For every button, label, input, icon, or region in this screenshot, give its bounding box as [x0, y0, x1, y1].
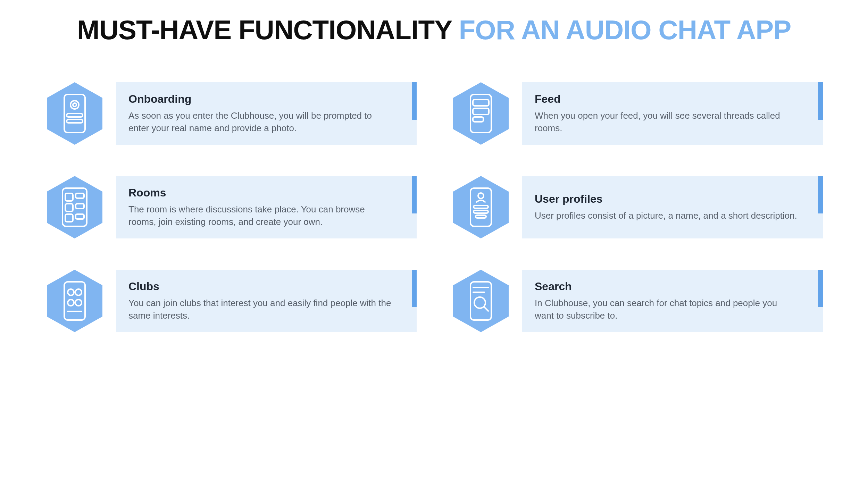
svg-marker-19 — [453, 176, 509, 238]
features-grid: Onboarding As soon as you enter the Club… — [45, 81, 823, 334]
svg-marker-32 — [453, 270, 509, 332]
feature-card: Onboarding As soon as you enter the Club… — [116, 82, 417, 145]
title-part-1: MUST-HAVE FUNCTIONALITY — [77, 15, 459, 45]
card-stripe — [818, 270, 823, 307]
feature-rooms: Rooms The room is where discussions take… — [45, 174, 417, 240]
phone-rooms-icon — [45, 174, 104, 240]
feature-title: Clubs — [128, 280, 392, 293]
phone-profile-icon — [45, 81, 104, 146]
phone-user-icon — [451, 174, 510, 240]
feature-title: User profiles — [535, 193, 797, 205]
svg-marker-11 — [47, 176, 102, 238]
card-stripe — [412, 82, 417, 120]
page-title: MUST-HAVE FUNCTIONALITY FOR AN AUDIO CHA… — [45, 14, 823, 46]
feature-desc: User profiles consist of a picture, a na… — [535, 210, 797, 222]
feature-desc: In Clubhouse, you can search for chat to… — [535, 297, 799, 321]
feature-card: Feed When you open your feed, you will s… — [522, 82, 823, 145]
feature-user-profiles: User profiles User profiles consist of a… — [451, 174, 823, 240]
feature-feed: Feed When you open your feed, you will s… — [451, 81, 823, 146]
feature-onboarding: Onboarding As soon as you enter the Club… — [45, 81, 417, 146]
feature-card: Rooms The room is where discussions take… — [116, 176, 417, 238]
phone-feed-icon — [451, 81, 510, 146]
feature-title: Rooms — [128, 186, 392, 199]
svg-marker-25 — [47, 270, 102, 332]
feature-card: Clubs You can join clubs that interest y… — [116, 270, 417, 332]
phone-search-icon — [451, 268, 510, 334]
feature-desc: You can join clubs that interest you and… — [128, 297, 392, 321]
card-stripe — [412, 270, 417, 307]
feature-desc: When you open your feed, you will see se… — [535, 110, 799, 134]
feature-search: Search In Clubhouse, you can search for … — [451, 268, 823, 334]
feature-title: Feed — [535, 93, 799, 106]
feature-title: Search — [535, 280, 799, 293]
card-stripe — [818, 82, 823, 120]
feature-card: Search In Clubhouse, you can search for … — [522, 270, 823, 332]
title-part-2: FOR AN AUDIO CHAT APP — [459, 15, 791, 45]
feature-clubs: Clubs You can join clubs that interest y… — [45, 268, 417, 334]
feature-desc: The room is where discussions take place… — [128, 203, 392, 228]
card-stripe — [412, 176, 417, 213]
feature-desc: As soon as you enter the Clubhouse, you … — [128, 110, 392, 134]
phone-clubs-icon — [45, 268, 104, 334]
feature-card: User profiles User profiles consist of a… — [522, 176, 823, 238]
feature-title: Onboarding — [128, 93, 392, 106]
card-stripe — [818, 176, 823, 213]
svg-marker-6 — [453, 82, 509, 145]
